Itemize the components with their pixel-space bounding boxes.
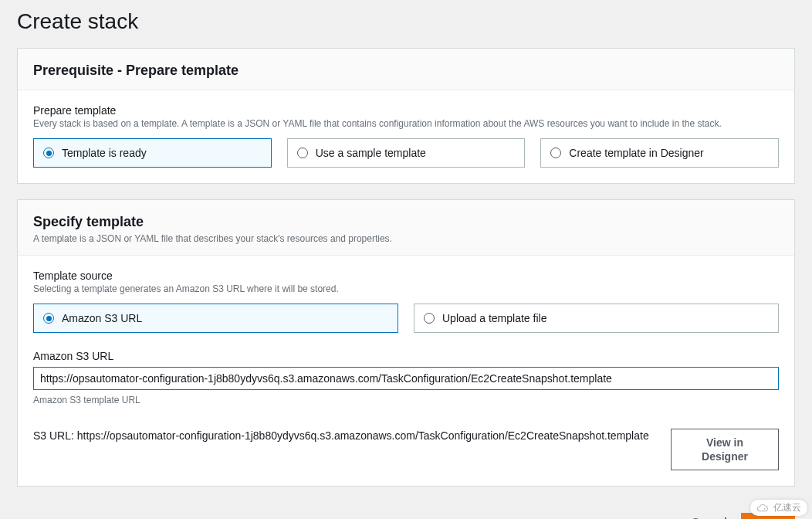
prerequisite-panel: Prerequisite - Prepare template Prepare … [17,48,795,184]
cloud-icon [756,503,770,514]
radio-label: Template is ready [62,147,147,159]
template-source-section-title: Template source [33,270,779,282]
s3-url-display-row: S3 URL: https://opsautomator-configurati… [33,429,779,470]
template-source-radio-group: Amazon S3 URL Upload a template file [33,304,779,333]
svg-point-0 [764,507,766,509]
specify-template-panel-body: Template source Selecting a template gen… [18,256,794,486]
radio-label: Amazon S3 URL [62,312,142,324]
specify-template-panel-subtitle: A template is a JSON or YAML file that d… [33,233,779,244]
radio-icon [550,148,561,158]
s3-url-input[interactable] [33,367,779,390]
cancel-button[interactable]: Cancel [689,510,730,519]
prepare-template-radio-group: Template is ready Use a sample template … [33,138,779,168]
radio-icon [297,148,308,158]
prerequisite-panel-header: Prerequisite - Prepare template [18,49,794,90]
s3-url-help: Amazon S3 template URL [33,395,779,405]
radio-label: Upload a template file [442,312,546,324]
specify-template-panel-title: Specify template [33,214,779,230]
prerequisite-panel-title: Prerequisite - Prepare template [33,63,779,79]
s3-url-section: Amazon S3 URL Amazon S3 template URL [33,350,779,405]
s3-url-display-label: S3 URL: [33,429,74,442]
watermark-badge: 亿速云 [750,500,807,516]
specify-template-panel: Specify template A template is a JSON or… [17,199,795,487]
radio-use-sample-template[interactable]: Use a sample template [287,138,526,168]
page-title: Create stack [17,8,795,34]
radio-create-in-designer[interactable]: Create template in Designer [540,138,779,168]
radio-icon [43,148,54,158]
template-source-section-desc: Selecting a template generates an Amazon… [33,283,779,294]
watermark-text: 亿速云 [773,501,801,514]
prepare-template-section-desc: Every stack is based on a template. A te… [33,118,779,129]
s3-url-display: S3 URL: https://opsautomator-configurati… [33,429,661,444]
radio-icon [43,313,54,324]
s3-url-label: Amazon S3 URL [33,350,779,362]
radio-template-is-ready[interactable]: Template is ready [33,138,272,168]
radio-label: Create template in Designer [569,147,703,159]
radio-label: Use a sample template [316,147,426,159]
radio-amazon-s3-url[interactable]: Amazon S3 URL [33,304,398,333]
radio-icon [424,313,435,324]
specify-template-panel-header: Specify template A template is a JSON or… [18,200,794,256]
radio-upload-template-file[interactable]: Upload a template file [414,304,779,333]
prerequisite-panel-body: Prepare template Every stack is based on… [18,90,794,183]
s3-url-display-value: https://opsautomator-configuration-1j8b8… [77,429,649,442]
view-in-designer-button[interactable]: View in Designer [671,429,779,470]
footer-actions: Cancel [17,502,795,519]
prepare-template-section-title: Prepare template [33,104,779,117]
